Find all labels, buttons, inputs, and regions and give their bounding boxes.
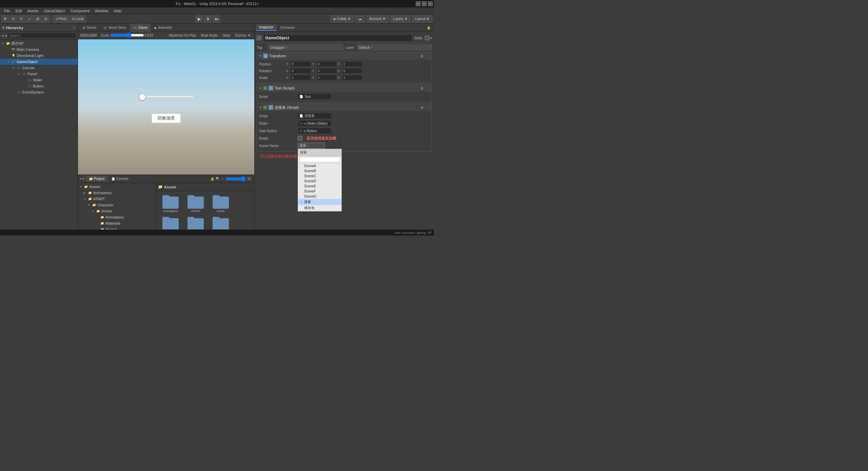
gizmos-btn[interactable]: Gizmos ▼ xyxy=(234,34,252,37)
asset-fonts[interactable]: Fonts xyxy=(209,194,233,214)
mute-audio-btn[interactable]: Mute Audio xyxy=(200,34,219,37)
pos-y-input[interactable]: 0 xyxy=(316,61,337,67)
pos-x-input[interactable]: 0 xyxy=(291,61,311,67)
dropdown-item-search[interactable]: ✓搜索 xyxy=(298,199,341,205)
dropdown-item-scenec[interactable]: SceneC xyxy=(298,173,341,179)
hierarchy-menu[interactable]: ⋮ xyxy=(72,26,76,29)
cloud-button[interactable]: ☁ xyxy=(355,15,365,23)
project-tree-arch-anim[interactable]: 📁 Animations xyxy=(78,214,156,220)
dropdown-item-scenef[interactable]: SceneF xyxy=(298,189,341,194)
test-enable-checkbox[interactable]: ✓ xyxy=(263,86,267,90)
asset-animations[interactable]: Animations xyxy=(159,194,182,214)
progress-script-header[interactable]: ▼ ✓ ⬡ 进度条 (Script) ⚙ ⋮ xyxy=(257,104,432,111)
tree-item-gameobj[interactable]: ▼ ⬡ GameObject xyxy=(0,59,78,65)
progress-script-ref[interactable]: 📄 进度条 xyxy=(298,113,332,119)
rot-z-input[interactable]: 0 xyxy=(342,68,362,74)
go-name-input[interactable] xyxy=(263,35,412,41)
tab-scene[interactable]: ⊞ Scene xyxy=(79,24,100,32)
play-button[interactable]: ▶ xyxy=(195,15,203,23)
tab-game[interactable]: 🎮 Game xyxy=(130,24,151,32)
dropdown-item-scenea[interactable]: SceneA xyxy=(298,163,341,168)
progress-slider-ref[interactable]: ⇒ ⇒ Slider (Slider) xyxy=(298,120,332,126)
project-tree-archer[interactable]: ▼ 📁 Archer xyxy=(78,208,156,214)
scene-button[interactable]: 切换场景 xyxy=(152,114,181,123)
hierarchy-add-icon[interactable]: + xyxy=(1,33,4,38)
tool-rotate[interactable]: ↻ xyxy=(18,15,25,23)
tool-rect[interactable]: ⊞ xyxy=(34,15,41,23)
minimize-btn[interactable]: — xyxy=(416,1,420,6)
maximize-on-play-btn[interactable]: Maximize On Play xyxy=(167,34,198,37)
menu-help[interactable]: Help xyxy=(111,8,124,14)
menu-file[interactable]: File xyxy=(1,8,13,14)
pos-z-input[interactable]: 0 xyxy=(342,61,362,67)
bottom-menu-btn[interactable]: ▾ xyxy=(82,177,84,181)
test-gear-icon[interactable]: ⚙ xyxy=(420,86,423,90)
project-tree-character[interactable]: ▼ 📁 Character xyxy=(78,202,156,208)
test-more-icon[interactable]: ⋮ xyxy=(426,86,430,90)
menu-component[interactable]: Component xyxy=(67,8,92,14)
close-btn[interactable]: × xyxy=(428,1,433,6)
scale-y-input[interactable]: 1 xyxy=(316,75,337,80)
tab-inspector[interactable]: Inspector xyxy=(256,24,277,31)
tag-dropdown[interactable]: Untagged ▾ xyxy=(268,44,343,50)
pivot-button[interactable]: ⊙ Pivot xyxy=(53,15,69,23)
menu-assets[interactable]: Assets xyxy=(25,8,41,14)
pause-button[interactable]: ⏸ xyxy=(204,15,212,23)
progress-enable-checkbox[interactable]: ✓ xyxy=(263,105,267,109)
test-script-header[interactable]: ▼ ✓ ⬡ Test (Script) ⚙ ⋮ xyxy=(257,84,432,92)
tree-item-slider[interactable]: ⬡ Slider xyxy=(0,77,78,83)
layers-button[interactable]: Layers ▼ xyxy=(390,15,411,23)
really-checkbox[interactable] xyxy=(298,136,302,141)
layout-button[interactable]: Layout ▼ xyxy=(412,15,433,23)
step-button[interactable]: ⏭ xyxy=(213,15,220,23)
tree-item-canvas[interactable]: ▼ ⬡ Canvas xyxy=(0,65,78,71)
tree-item-maincam[interactable]: 📷 Main Camera xyxy=(0,46,78,53)
dropdown-item-sceneb[interactable]: SceneB xyxy=(298,168,341,173)
tool-scale[interactable]: ⤢ xyxy=(26,15,33,23)
transform-gear-icon[interactable]: ⚙ xyxy=(420,54,423,58)
progress-startbtn-ref[interactable]: ⊙ ⊙ Button xyxy=(298,128,332,134)
lock-icon[interactable]: 🔒 xyxy=(210,177,214,181)
local-button[interactable]: ⊡ Local xyxy=(70,15,86,23)
filter-icon[interactable]: 🔍 xyxy=(216,177,220,181)
project-tree-assets[interactable]: ▼ 📁 Assets xyxy=(78,184,156,190)
tree-item-panel[interactable]: ▼ ⬡ Panel xyxy=(0,71,78,77)
dropdown-item-sceneg[interactable]: SceneG xyxy=(298,194,341,199)
account-button[interactable]: Account ▼ xyxy=(366,15,389,23)
tree-item-button[interactable]: ⬡ Button xyxy=(0,83,78,89)
progress-more-icon[interactable]: ⋮ xyxy=(426,106,430,109)
project-tree-animations[interactable]: ▶ 📁 Animations xyxy=(78,190,156,196)
transform-more-icon[interactable]: ⋮ xyxy=(426,54,430,58)
tool-move[interactable]: ✛ xyxy=(9,15,17,23)
assets-size-slider[interactable] xyxy=(225,176,246,182)
project-tree-arch-mat[interactable]: 📁 Materials xyxy=(78,220,156,226)
go-static-checkbox[interactable] xyxy=(425,36,430,40)
rot-x-input[interactable]: 0 xyxy=(291,68,311,74)
tab-console[interactable]: 📋 Console xyxy=(108,176,132,182)
tree-item-root[interactable]: ▼ 📁 缓存池* xyxy=(0,40,78,46)
menu-gameobject[interactable]: GameObject xyxy=(41,8,68,14)
layer-dropdown[interactable]: Default ▾ xyxy=(357,44,432,50)
hierarchy-search-input[interactable] xyxy=(8,33,76,38)
tool-hand[interactable]: ✥ xyxy=(1,15,9,23)
scene-name-dropdown-btn[interactable]: 搜索 ▾ xyxy=(298,143,325,149)
progress-gear-icon[interactable]: ⚙ xyxy=(420,106,423,109)
go-active-checkbox[interactable]: ✓ xyxy=(257,36,261,40)
tree-item-eventsystem[interactable]: ⬡ EventSystem xyxy=(0,89,78,95)
scale-slider[interactable] xyxy=(110,34,144,37)
dropdown-item-cache[interactable]: 缓存池 xyxy=(298,205,341,211)
hierarchy-add2-icon[interactable]: ▾ xyxy=(5,34,7,38)
scale-z-input[interactable]: 1 xyxy=(342,75,362,80)
dropdown-search-input[interactable] xyxy=(299,157,340,162)
transform-header[interactable]: ▼ ⊞ Transform ⚙ ⋮ xyxy=(257,52,432,60)
stats-btn[interactable]: Stats xyxy=(221,34,232,37)
project-tree-atart[interactable]: ▼ 📁 ATART xyxy=(78,196,156,202)
dropdown-item-scened[interactable]: SceneD xyxy=(298,179,341,184)
tree-item-light[interactable]: 💡 Directional Light xyxy=(0,53,78,59)
inspector-lock-icon[interactable]: 🔒 xyxy=(425,26,433,29)
tab-animator[interactable]: ▶ Animator xyxy=(151,24,176,32)
maximize-btn[interactable]: □ xyxy=(422,1,427,6)
static-dropdown-arrow[interactable]: ▾ xyxy=(430,36,432,40)
menu-edit[interactable]: Edit xyxy=(13,8,25,14)
rot-y-input[interactable]: 0 xyxy=(316,68,337,74)
